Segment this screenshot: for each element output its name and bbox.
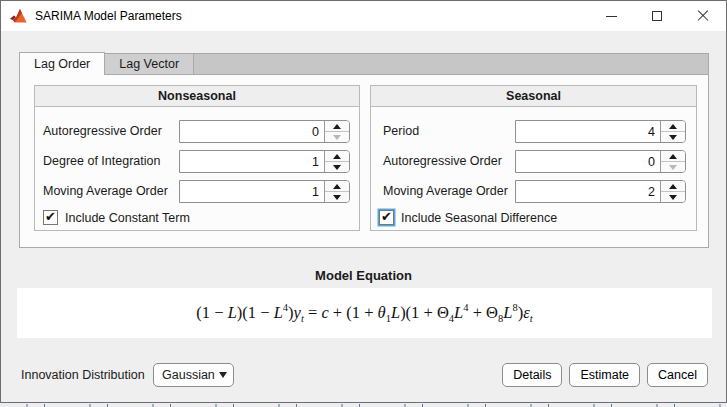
spinner-buttons <box>324 151 349 172</box>
arrow-up-icon <box>669 184 677 189</box>
tab-bar-filler <box>194 53 709 74</box>
arrow-down-icon <box>669 135 677 140</box>
spinner-down-button[interactable] <box>661 192 685 202</box>
seasonal-period-row: Period <box>371 120 696 144</box>
sarima-parameters-dialog: SARIMA Model Parameters Lag Order Lag Ve… <box>0 0 727 403</box>
details-button[interactable]: Details <box>502 363 562 387</box>
spinner-down-button[interactable] <box>661 162 685 172</box>
innovation-distribution-label: Innovation Distribution <box>21 363 145 387</box>
minimize-icon <box>606 16 617 17</box>
lag-order-tab-content: Nonseasonal Autoregressive Order <box>19 74 709 248</box>
window-title: SARIMA Model Parameters <box>35 9 182 23</box>
spinner-up-button[interactable] <box>325 151 349 162</box>
spinner-buttons <box>324 121 349 142</box>
spinner-buttons <box>660 151 685 172</box>
arrow-down-icon <box>333 195 341 200</box>
nonseasonal-integration-input[interactable] <box>180 151 324 172</box>
nonseasonal-group-title: Nonseasonal <box>35 86 359 107</box>
dialog-body: Lag Order Lag Vector Nonseasonal Autoreg… <box>1 31 726 402</box>
spinner-down-button[interactable] <box>325 162 349 172</box>
arrow-up-icon <box>669 154 677 159</box>
chevron-down-icon <box>219 372 227 378</box>
spinner-up-button[interactable] <box>661 181 685 192</box>
window-controls <box>588 1 726 31</box>
close-icon <box>697 10 709 22</box>
matlab-icon <box>10 9 27 24</box>
nonseasonal-ma-spinner[interactable] <box>179 180 350 203</box>
arrow-down-icon <box>333 135 341 140</box>
include-seasonal-difference-label: Include Seasonal Difference <box>401 211 557 225</box>
model-equation: (1 − L)(1 − L4)yt = c + (1 + θ1L)(1 + Θ4… <box>196 302 532 324</box>
seasonal-ma-input[interactable] <box>516 181 660 202</box>
seasonal-ar-input[interactable] <box>516 151 660 172</box>
seasonal-ar-label: Autoregressive Order <box>383 150 502 173</box>
arrow-down-icon <box>669 165 677 170</box>
title-bar[interactable]: SARIMA Model Parameters <box>1 1 726 31</box>
arrow-up-icon <box>333 184 341 189</box>
nonseasonal-ar-label: Autoregressive Order <box>43 120 162 143</box>
nonseasonal-integration-spinner[interactable] <box>179 150 350 173</box>
innovation-distribution-dropdown[interactable]: Gaussian <box>153 363 234 387</box>
spinner-buttons <box>324 181 349 202</box>
arrow-up-icon <box>333 154 341 159</box>
spinner-up-button[interactable] <box>661 151 685 162</box>
constant-term-row: Include Constant Term <box>35 208 359 232</box>
nonseasonal-ma-input[interactable] <box>180 181 324 202</box>
spinner-down-button[interactable] <box>325 192 349 202</box>
seasonal-period-input[interactable] <box>516 121 660 142</box>
nonseasonal-ar-row: Autoregressive Order <box>35 120 359 144</box>
tab-lag-vector[interactable]: Lag Vector <box>105 53 194 74</box>
spinner-buttons <box>660 121 685 142</box>
tab-bar: Lag Order Lag Vector <box>19 52 709 74</box>
cancel-button[interactable]: Cancel <box>647 363 708 387</box>
checkbox-checked-icon[interactable] <box>43 210 58 225</box>
nonseasonal-integration-row: Degree of Integration <box>35 150 359 174</box>
arrow-up-icon <box>333 124 341 129</box>
nonseasonal-ma-label: Moving Average Order <box>43 180 168 203</box>
spinner-down-button[interactable] <box>661 132 685 142</box>
include-constant-term-label: Include Constant Term <box>65 211 190 225</box>
footer-buttons: Details Estimate Cancel <box>502 363 708 387</box>
seasonal-group: Seasonal Period <box>370 85 697 231</box>
close-button[interactable] <box>680 1 726 31</box>
seasonal-ar-spinner[interactable] <box>515 150 686 173</box>
seasonal-ma-label: Moving Average Order <box>383 180 508 203</box>
arrow-down-icon <box>333 165 341 170</box>
maximize-icon <box>652 11 662 21</box>
model-equation-title: Model Equation <box>1 268 726 283</box>
checkbox-checked-icon[interactable] <box>379 210 394 225</box>
model-equation-strip: (1 − L)(1 − L4)yt = c + (1 + θ1L)(1 + Θ4… <box>17 288 712 338</box>
include-constant-term-checkbox[interactable]: Include Constant Term <box>43 210 190 225</box>
spinner-down-button[interactable] <box>325 132 349 142</box>
nonseasonal-group: Nonseasonal Autoregressive Order <box>34 85 360 231</box>
tab-lag-order[interactable]: Lag Order <box>19 52 105 75</box>
nonseasonal-ar-input[interactable] <box>180 121 324 142</box>
seasonal-ar-row: Autoregressive Order <box>371 150 696 174</box>
spinner-buttons <box>660 181 685 202</box>
arrow-down-icon <box>669 195 677 200</box>
seasonal-period-spinner[interactable] <box>515 120 686 143</box>
minimize-button[interactable] <box>588 1 634 31</box>
lag-tabpanel: Lag Order Lag Vector Nonseasonal Autoreg… <box>19 52 709 248</box>
spinner-up-button[interactable] <box>325 181 349 192</box>
include-seasonal-difference-checkbox[interactable]: Include Seasonal Difference <box>379 210 557 225</box>
screen: SARIMA Model Parameters Lag Order Lag Ve… <box>0 0 727 407</box>
seasonal-period-label: Period <box>383 120 419 143</box>
estimate-button[interactable]: Estimate <box>569 363 640 387</box>
spinner-up-button[interactable] <box>325 121 349 132</box>
seasonal-ma-row: Moving Average Order <box>371 180 696 204</box>
seasonal-group-title: Seasonal <box>371 86 696 107</box>
nonseasonal-integration-label: Degree of Integration <box>43 150 160 173</box>
spinner-up-button[interactable] <box>661 121 685 132</box>
seasonal-ma-spinner[interactable] <box>515 180 686 203</box>
maximize-button[interactable] <box>634 1 680 31</box>
nonseasonal-ma-row: Moving Average Order <box>35 180 359 204</box>
arrow-up-icon <box>669 124 677 129</box>
nonseasonal-ar-spinner[interactable] <box>179 120 350 143</box>
innovation-distribution-value: Gaussian <box>162 368 215 382</box>
seasonal-difference-row: Include Seasonal Difference <box>371 208 696 232</box>
